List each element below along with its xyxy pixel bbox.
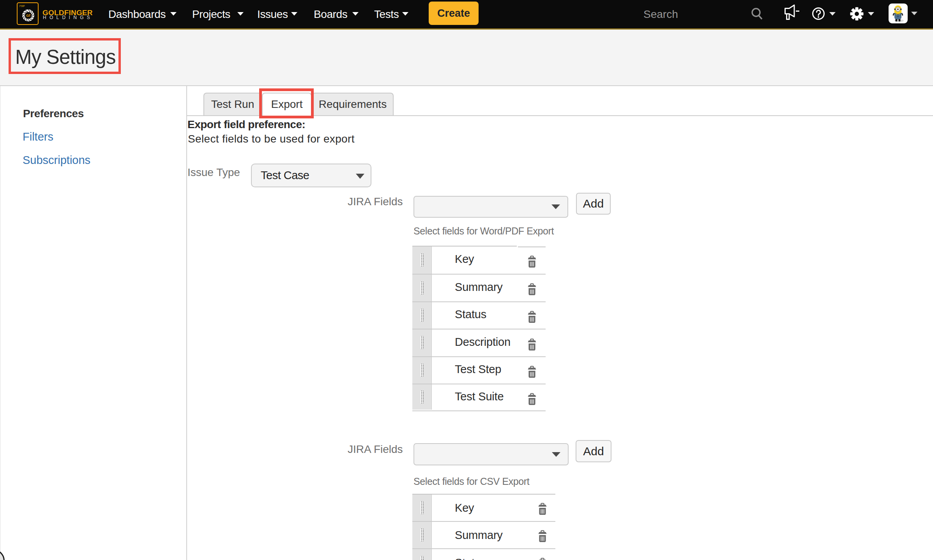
svg-text:Gf: Gf (26, 14, 30, 18)
